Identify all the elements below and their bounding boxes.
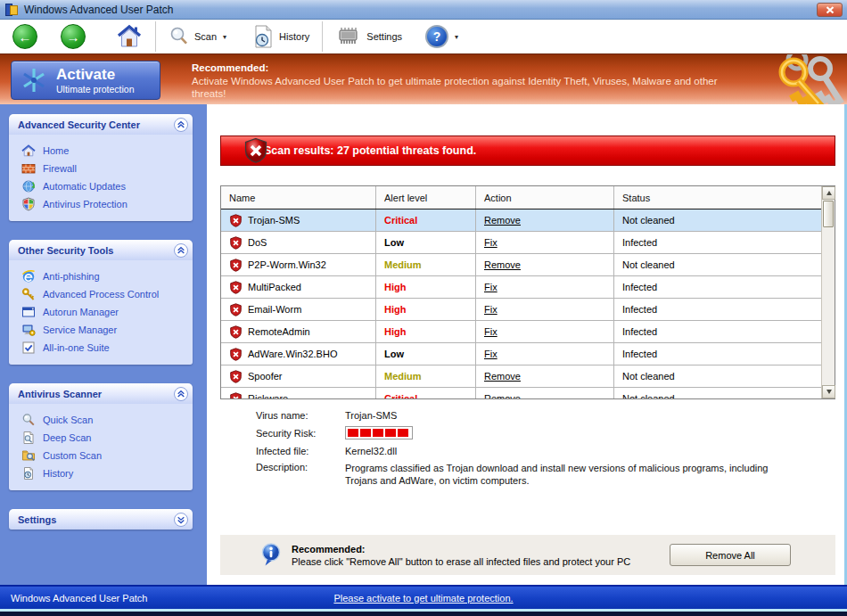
status-cell: Infected [614, 276, 821, 298]
infected-file-value: Kernel32.dll [345, 446, 397, 456]
close-button[interactable] [817, 3, 843, 17]
description-label: Description: [256, 462, 345, 487]
virus-name-label: Virus name: [256, 410, 345, 421]
table-row[interactable]: SpooferMediumRemoveNot cleaned [221, 365, 821, 388]
sidebar-item-anti-phishing[interactable]: Anti-phishing [9, 267, 193, 285]
forward-button[interactable]: → [55, 21, 91, 52]
threat-status: Not cleaned [622, 259, 675, 270]
alert-level: Medium [384, 371, 422, 382]
alert-level-cell: Critical [376, 209, 476, 231]
history-icon [251, 24, 275, 49]
sidebar-item-history[interactable]: History [9, 464, 193, 482]
alert-level-cell: Low [376, 232, 476, 253]
alert-level-cell: High [376, 299, 476, 320]
action-cell: Fix [476, 232, 614, 253]
sidebar-item-home[interactable]: Home [9, 142, 193, 160]
scroll-down-button[interactable] [822, 385, 835, 398]
forward-icon: → [61, 24, 86, 49]
table-scrollbar[interactable] [821, 186, 835, 398]
title-bar: Windows Advanced User Patch [0, 0, 847, 20]
activate-link[interactable]: Please activate to get ultimate protecti… [0, 593, 847, 604]
scroll-up-icon [826, 191, 832, 195]
chevron-up-icon[interactable] [174, 243, 188, 258]
home-button[interactable] [111, 21, 148, 52]
settings-label: Settings [366, 31, 402, 42]
sidebar-panel-header[interactable]: Other Security Tools [9, 240, 193, 260]
close-icon [826, 6, 835, 14]
threat-shield-icon [229, 259, 243, 272]
action-link[interactable]: Remove [484, 259, 521, 270]
sidebar-panel-title: Antivirus Scanner [18, 389, 174, 399]
table-row[interactable]: Trojan-SMSCriticalRemoveNot cleaned [221, 209, 821, 232]
scroll-thumb[interactable] [823, 201, 834, 227]
chevron-up-icon[interactable] [174, 387, 188, 401]
sidebar-panel-header[interactable]: Antivirus Scanner [9, 383, 193, 404]
risk-square [373, 429, 383, 437]
banner-recommended-label: Recommended: [192, 62, 744, 74]
action-link[interactable]: Fix [484, 349, 498, 359]
scan-dropdown-icon: ▾ [223, 33, 226, 41]
help-button[interactable]: ? ▾ [420, 21, 464, 52]
sidebar-panel-title: Settings [18, 514, 174, 525]
sidebar-item-advanced-process-control[interactable]: Advanced Process Control [9, 285, 193, 303]
table-row[interactable]: AdWare.Win32.BHOLowFixInfected [221, 343, 821, 365]
table-row[interactable]: RiskwareCriticalRemoveNot cleaned [221, 388, 821, 398]
table-row[interactable]: Email-WormHighFixInfected [221, 299, 821, 321]
table-row[interactable]: RemoteAdminHighFixInfected [221, 321, 821, 343]
history-button[interactable]: History [246, 21, 315, 52]
alert-level: Medium [384, 259, 422, 270]
scan-results-banner: Scan results: 27 potential threats found… [220, 136, 835, 166]
process-control-icon [21, 287, 36, 301]
action-cell: Remove [476, 388, 614, 398]
column-header-alert-level[interactable]: Alert level [376, 186, 476, 209]
activate-button[interactable]: Activate Ultimate protection [11, 61, 160, 100]
threat-name-cell: MultiPacked [221, 276, 376, 298]
settings-button[interactable]: Settings [330, 21, 407, 52]
column-header-name[interactable]: Name [221, 186, 376, 209]
chevron-up-icon[interactable] [174, 118, 188, 132]
scan-button[interactable]: Scan ▾ [163, 21, 232, 52]
column-header-action[interactable]: Action [476, 186, 614, 209]
scroll-up-button[interactable] [822, 186, 835, 200]
sidebar-item-deep-scan[interactable]: Deep Scan [9, 429, 193, 447]
table-row[interactable]: DoSLowFixInfected [221, 232, 821, 254]
chevron-down-icon[interactable] [174, 513, 188, 527]
action-cell: Fix [476, 299, 614, 320]
action-link[interactable]: Fix [484, 304, 498, 315]
sidebar-item-label: Firewall [43, 163, 77, 174]
history-label: History [279, 31, 309, 42]
sidebar-item-label: History [43, 468, 73, 479]
sidebar-panel-header[interactable]: Settings [9, 509, 193, 530]
risk-square [348, 429, 358, 437]
status-cell: Not cleaned [614, 388, 821, 398]
sidebar-item-service-manager[interactable]: Service Manager [9, 321, 193, 339]
sidebar-item-quick-scan[interactable]: Quick Scan [9, 411, 193, 429]
sidebar-item-all-in-one-suite[interactable]: All-in-one Suite [9, 339, 193, 357]
history-icon [21, 466, 36, 480]
sidebar-panel-body: Quick ScanDeep ScanCustom ScanHistory [9, 404, 193, 490]
sidebar-item-firewall[interactable]: Firewall [9, 160, 193, 177]
table-row[interactable]: MultiPackedHighFixInfected [221, 276, 821, 299]
back-button[interactable]: ← [7, 21, 43, 52]
status-bar: Windows Advanced User Patch Please activ… [0, 585, 847, 609]
action-link[interactable]: Remove [484, 371, 521, 382]
action-link[interactable]: Remove [484, 393, 521, 398]
action-link[interactable]: Fix [484, 326, 498, 337]
remove-all-button[interactable]: Remove All [670, 544, 791, 566]
action-link[interactable]: Remove [484, 215, 521, 226]
column-header-status[interactable]: Status [614, 186, 821, 209]
table-row[interactable]: P2P-Worm.Win32MediumRemoveNot cleaned [221, 254, 821, 276]
sidebar-item-autorun-manager[interactable]: Autorun Manager [9, 303, 193, 321]
activate-title: Activate [56, 67, 135, 83]
alert-shield-icon [243, 137, 269, 164]
action-link[interactable]: Fix [484, 237, 498, 248]
table-header: NameAlert levelActionStatus [221, 186, 821, 209]
sidebar-item-custom-scan[interactable]: Custom Scan [9, 447, 193, 464]
action-link[interactable]: Fix [484, 282, 498, 292]
sidebar-item-label: Automatic Updates [43, 181, 126, 192]
alert-level: High [384, 282, 406, 292]
application-window: Windows Advanced User Patch ← → Scan ▾ H… [0, 0, 847, 616]
sidebar-item-antivirus-protection[interactable]: Antivirus Protection [9, 195, 193, 213]
sidebar-item-automatic-updates[interactable]: Automatic Updates [9, 177, 193, 195]
sidebar-panel-header[interactable]: Advanced Security Center [9, 114, 193, 135]
